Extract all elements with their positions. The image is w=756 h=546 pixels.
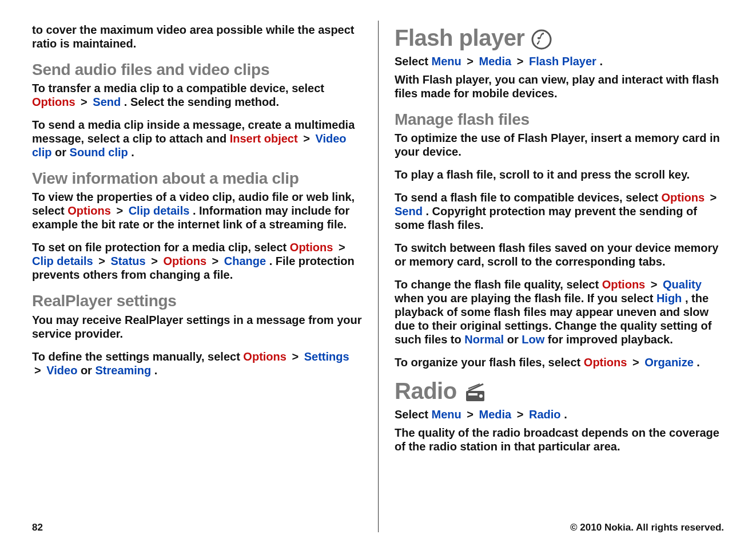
menu-clip-details[interactable]: Clip details	[129, 204, 190, 217]
heading-realplayer: RealPlayer settings	[32, 292, 362, 310]
menu-sound-clip[interactable]: Sound clip	[70, 146, 128, 159]
menu-media[interactable]: Media	[479, 55, 512, 68]
menu-media[interactable]: Media	[479, 408, 512, 421]
menu-options[interactable]: Options	[32, 96, 75, 108]
right-column: Flash player Select Menu > Media > Flash…	[378, 21, 724, 532]
text: To change the flash file quality, select	[395, 278, 602, 291]
text: . Copyright protection may prevent the s…	[395, 205, 697, 231]
breadcrumb-arrow-icon: >	[114, 204, 125, 217]
heading-view-info: View information about a media clip	[32, 169, 362, 188]
breadcrumb-arrow-icon: >	[648, 278, 660, 291]
menu-streaming[interactable]: Streaming	[95, 364, 151, 377]
menu-clip-details[interactable]: Clip details	[32, 255, 93, 267]
menu-change[interactable]: Change	[224, 255, 266, 267]
breadcrumb-arrow-icon: >	[78, 96, 90, 108]
breadcrumb-arrow-icon: >	[336, 241, 348, 254]
menu-video[interactable]: Video	[46, 364, 77, 377]
paragraph-view-2: To set on file protection for a media cl…	[32, 240, 362, 282]
menu-menu[interactable]: Menu	[431, 55, 461, 68]
title-text: Radio	[395, 378, 457, 404]
breadcrumb-arrow-icon: >	[96, 255, 108, 267]
manage-p2: To play a flash file, scroll to it and p…	[395, 168, 724, 181]
menu-organize[interactable]: Organize	[644, 356, 694, 369]
paragraph-send-2: To send a media clip inside a message, c…	[32, 118, 362, 159]
title-text: Flash player	[395, 25, 524, 51]
menu-insert-object[interactable]: Insert object	[230, 132, 298, 145]
breadcrumb-arrow-icon: >	[515, 55, 526, 68]
text: or	[507, 333, 522, 346]
breadcrumb-arrow-icon: >	[464, 55, 476, 68]
menu-options[interactable]: Options	[602, 278, 646, 291]
text: .	[599, 55, 603, 68]
svg-point-0	[532, 30, 551, 49]
intro-text: to cover the maximum video area possible…	[32, 23, 362, 50]
heading-manage-flash: Manage flash files	[395, 110, 724, 129]
text: or	[81, 364, 96, 377]
heading-radio: Radio	[395, 378, 724, 404]
manage-p6: To organize your flash files, select Opt…	[395, 355, 724, 369]
svg-point-3	[479, 394, 483, 398]
manage-p1: To optimize the use of Flash Player, ins…	[395, 131, 724, 159]
menu-send[interactable]: Send	[93, 96, 121, 108]
heading-flash-player: Flash player	[395, 25, 724, 51]
menu-quality[interactable]: Quality	[663, 278, 702, 291]
paragraph-real-1: You may receive RealPlayer settings in a…	[32, 313, 362, 341]
menu-menu[interactable]: Menu	[431, 408, 461, 421]
text: Select	[395, 408, 431, 421]
copyright-text: © 2010 Nokia. All rights reserved.	[570, 522, 724, 533]
option-low[interactable]: Low	[522, 333, 544, 346]
menu-flash-player[interactable]: Flash Player	[529, 55, 596, 68]
radio-icon	[464, 378, 488, 404]
flash-intro: With Flash player, you can view, play an…	[395, 73, 724, 100]
svg-rect-2	[468, 393, 478, 395]
manage-p3: To send a flash file to compatible devic…	[395, 191, 724, 232]
radio-intro: The quality of the radio broadcast depen…	[395, 426, 724, 453]
paragraph-send-1: To transfer a media clip to a compatible…	[32, 81, 362, 109]
breadcrumb-arrow-icon: >	[464, 408, 476, 421]
text: To set on file protection for a media cl…	[32, 241, 290, 254]
text: Select	[395, 55, 431, 68]
breadcrumb-arrow-icon: >	[32, 364, 43, 377]
menu-options[interactable]: Options	[163, 255, 206, 267]
menu-options[interactable]: Options	[661, 191, 705, 204]
paragraph-view-1: To view the properties of a video clip, …	[32, 190, 362, 231]
page-content: to cover the maximum video area possible…	[0, 0, 756, 546]
radio-select-path: Select Menu > Media > Radio .	[395, 407, 724, 421]
text: .	[131, 146, 134, 159]
breadcrumb-arrow-icon: >	[708, 191, 719, 204]
breadcrumb-arrow-icon: >	[515, 408, 526, 421]
manage-p5: To change the flash file quality, select…	[395, 278, 724, 346]
menu-options[interactable]: Options	[290, 241, 333, 254]
menu-radio[interactable]: Radio	[529, 408, 561, 421]
text: when you are playing the flash file. If …	[395, 292, 656, 304]
menu-send[interactable]: Send	[395, 205, 423, 217]
breadcrumb-arrow-icon: >	[289, 350, 301, 363]
text: for improved playback.	[548, 333, 673, 346]
menu-options[interactable]: Options	[584, 356, 627, 369]
text: .	[564, 408, 567, 421]
menu-settings[interactable]: Settings	[304, 350, 349, 363]
text: To send a flash file to compatible devic…	[395, 191, 661, 204]
text: To transfer a media clip to a compatible…	[32, 82, 324, 94]
text: . Select the sending method.	[124, 96, 279, 108]
breadcrumb-arrow-icon: >	[210, 255, 221, 267]
page-number: 82	[32, 522, 43, 533]
menu-options[interactable]: Options	[243, 350, 287, 363]
breadcrumb-arrow-icon: >	[301, 132, 312, 145]
text: .	[154, 364, 158, 377]
heading-send-media: Send audio files and video clips	[32, 61, 362, 79]
menu-options[interactable]: Options	[67, 204, 111, 217]
menu-status[interactable]: Status	[111, 255, 146, 267]
left-column: to cover the maximum video area possible…	[32, 21, 378, 532]
paragraph-real-2: To define the settings manually, select …	[32, 350, 362, 377]
option-normal[interactable]: Normal	[464, 333, 504, 346]
manage-p4: To switch between flash files saved on y…	[395, 241, 724, 268]
breadcrumb-arrow-icon: >	[149, 255, 160, 267]
text: To organize your flash files, select	[395, 356, 584, 369]
text: or	[55, 146, 70, 159]
breadcrumb-arrow-icon: >	[630, 356, 642, 369]
option-high[interactable]: High	[656, 292, 682, 304]
page-footer: 82 © 2010 Nokia. All rights reserved.	[32, 522, 724, 533]
flash-select-path: Select Menu > Media > Flash Player .	[395, 54, 724, 68]
text: To define the settings manually, select	[32, 350, 243, 363]
